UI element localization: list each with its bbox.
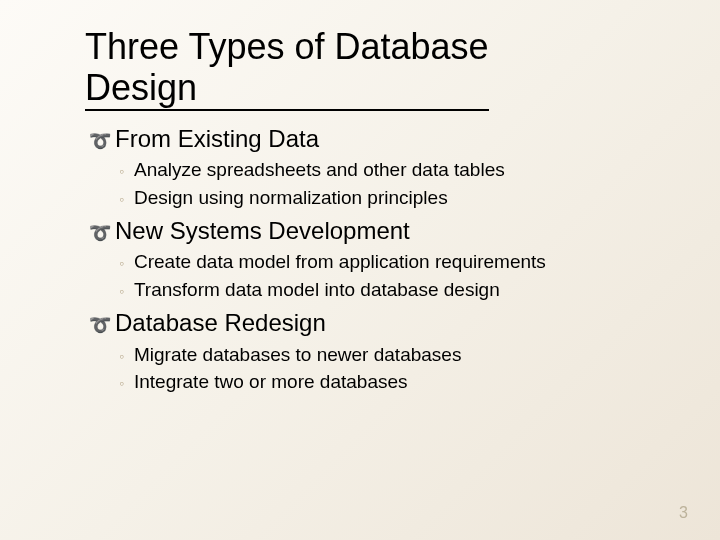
circle-bullet-icon: ◦ <box>119 346 124 366</box>
content-body: ➰ From Existing Data ◦ Analyze spreadshe… <box>85 125 660 396</box>
list-item-text: Integrate two or more databases <box>134 368 408 396</box>
page-number: 3 <box>679 504 688 522</box>
circle-bullet-icon: ◦ <box>119 189 124 209</box>
circle-bullet-icon: ◦ <box>119 161 124 181</box>
list-item: ◦ Analyze spreadsheets and other data ta… <box>119 156 660 184</box>
list-item-text: Create data model from application requi… <box>134 248 546 276</box>
circle-bullet-icon: ◦ <box>119 373 124 393</box>
sub-list: ◦ Migrate databases to newer databases ◦… <box>119 341 660 396</box>
section-heading: ➰ New Systems Development <box>89 217 660 246</box>
section-heading: ➰ Database Redesign <box>89 309 660 338</box>
section-heading-text: From Existing Data <box>115 125 319 153</box>
title-line-2: Design <box>85 67 197 108</box>
list-item-text: Design using normalization principles <box>134 184 448 212</box>
sub-list: ◦ Create data model from application req… <box>119 248 660 303</box>
title-line-1: Three Types of Database <box>85 26 489 67</box>
circle-bullet-icon: ◦ <box>119 281 124 301</box>
list-item: ◦ Create data model from application req… <box>119 248 660 276</box>
section-heading-text: New Systems Development <box>115 217 410 245</box>
list-item-text: Analyze spreadsheets and other data tabl… <box>134 156 505 184</box>
sub-list: ◦ Analyze spreadsheets and other data ta… <box>119 156 660 211</box>
slide-title: Three Types of Database Design <box>85 26 489 111</box>
curl-bullet-icon: ➰ <box>89 129 111 154</box>
list-item: ◦ Design using normalization principles <box>119 184 660 212</box>
slide-content: Three Types of Database Design ➰ From Ex… <box>0 0 720 418</box>
section-heading: ➰ From Existing Data <box>89 125 660 154</box>
list-item-text: Migrate databases to newer databases <box>134 341 461 369</box>
list-item: ◦ Transform data model into database des… <box>119 276 660 304</box>
curl-bullet-icon: ➰ <box>89 313 111 338</box>
circle-bullet-icon: ◦ <box>119 253 124 273</box>
curl-bullet-icon: ➰ <box>89 221 111 246</box>
list-item: ◦ Migrate databases to newer databases <box>119 341 660 369</box>
list-item: ◦ Integrate two or more databases <box>119 368 660 396</box>
section-heading-text: Database Redesign <box>115 309 326 337</box>
list-item-text: Transform data model into database desig… <box>134 276 500 304</box>
